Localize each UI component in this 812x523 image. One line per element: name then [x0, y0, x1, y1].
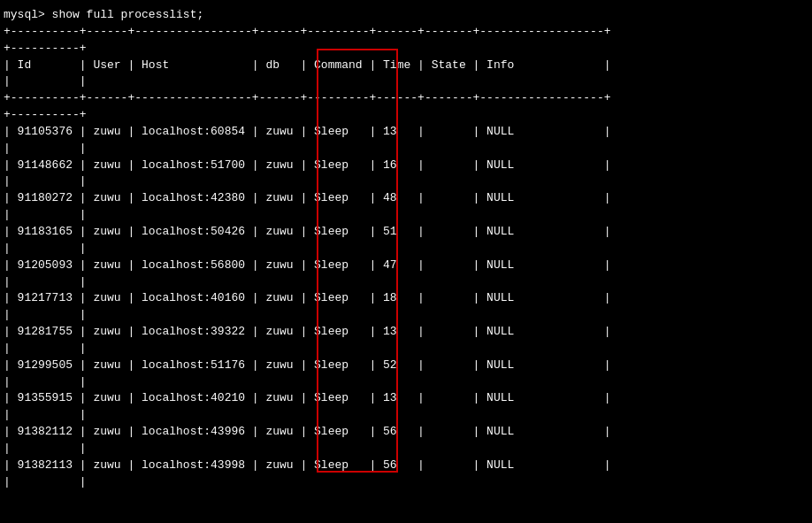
terminal-window: mysql> show full processlist; +---------…: [0, 0, 812, 497]
terminal-output: mysql> show full processlist; +---------…: [4, 7, 808, 490]
